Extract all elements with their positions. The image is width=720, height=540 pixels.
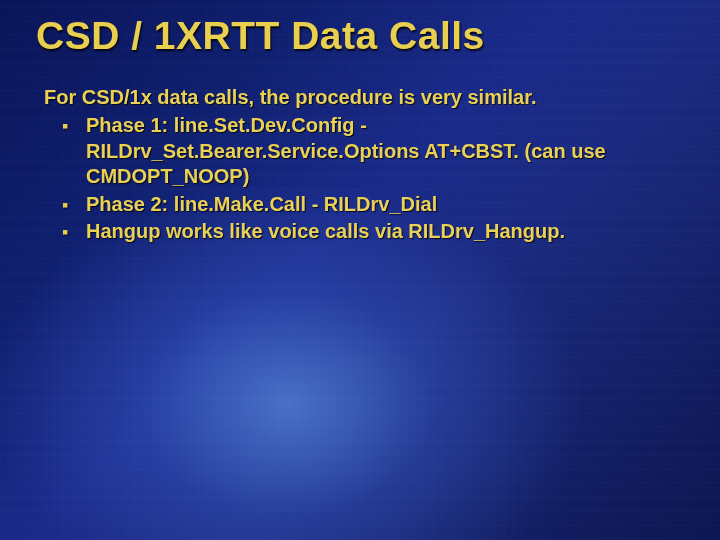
list-item: Phase 1: line.Set.Dev.Config - RILDrv_Se… [62, 113, 690, 190]
slide: CSD / 1XRTT Data Calls For CSD/1x data c… [0, 0, 720, 540]
intro-text: For CSD/1x data calls, the procedure is … [44, 86, 690, 109]
bullet-list: Phase 1: line.Set.Dev.Config - RILDrv_Se… [36, 113, 690, 245]
list-item: Phase 2: line.Make.Call - RILDrv_Dial [62, 192, 690, 218]
slide-title: CSD / 1XRTT Data Calls [36, 14, 690, 58]
list-item: Hangup works like voice calls via RILDrv… [62, 219, 690, 245]
